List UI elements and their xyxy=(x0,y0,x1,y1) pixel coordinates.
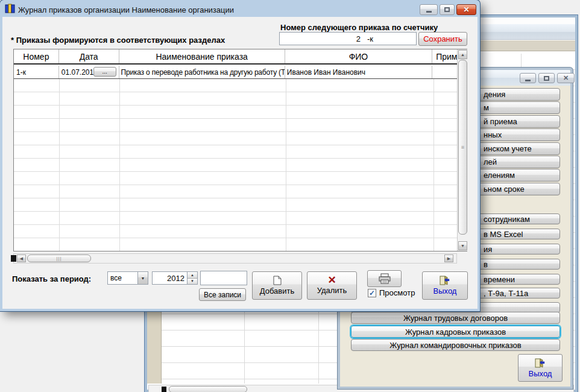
print-button[interactable] xyxy=(367,270,402,287)
scroll-right-arrow[interactable]: ▶ xyxy=(444,254,453,262)
year-value: 2012 xyxy=(153,272,187,284)
combo-dropdown-button[interactable]: ▼ xyxy=(137,272,148,284)
cell-number[interactable]: 1-к xyxy=(14,66,59,78)
table-vscrollbar[interactable]: ▲ ≡ ▼ xyxy=(457,49,468,251)
add-label: Добавить xyxy=(260,286,294,296)
save-button[interactable]: Сохранить xyxy=(418,32,467,46)
table-column-line xyxy=(59,66,60,251)
table-row[interactable]: 1-к 01.07.2012 ... Приказ о переводе раб… xyxy=(14,66,467,79)
table-hscrollbar[interactable]: ◀ ||| ▶ xyxy=(13,253,457,264)
all-records-button[interactable]: Все записи xyxy=(199,288,246,301)
table-column-line xyxy=(119,66,120,251)
panel-exit-button[interactable]: Выход xyxy=(518,354,563,382)
panel-minimize-button[interactable] xyxy=(520,73,536,83)
table-header-row: Номер Дата Наименование приказа ФИО Прим xyxy=(14,49,467,65)
cell-date[interactable]: 01.07.2012 ... xyxy=(59,66,119,78)
filter-text-field[interactable] xyxy=(200,271,247,285)
preview-checkbox-row[interactable]: ✓ Просмотр xyxy=(368,288,415,297)
table-splitter-box[interactable] xyxy=(11,255,16,262)
orders-journal-window: Журнал приказов организации Наименование… xyxy=(0,0,480,311)
col-header-date[interactable]: Дата xyxy=(59,49,119,63)
journal-contracts-button[interactable]: Журнал трудовых договоров xyxy=(351,312,560,324)
orders-table: Номер Дата Наименование приказа ФИО Прим… xyxy=(13,49,467,251)
table-column-line xyxy=(286,66,286,251)
table-empty-rows xyxy=(14,66,467,251)
close-button[interactable]: ✕ xyxy=(456,4,476,15)
filter-label: Показать за период: xyxy=(12,274,91,283)
grid-splitter-box[interactable] xyxy=(162,387,166,392)
exit-label: Выход xyxy=(433,286,457,296)
exit-door-icon xyxy=(440,276,450,285)
close-icon: ✕ xyxy=(563,74,569,82)
document-icon xyxy=(273,276,282,285)
minimize-button[interactable] xyxy=(420,4,438,15)
col-header-fio[interactable]: ФИО xyxy=(285,49,432,63)
maximize-icon xyxy=(444,7,450,12)
minimize-icon xyxy=(426,11,432,13)
year-spinner[interactable]: 2012 ▲ ▼ xyxy=(152,271,198,285)
note-label: * Приказы формируются в соответствующих … xyxy=(11,36,225,45)
vscrollbar-thumb[interactable]: ≡ xyxy=(458,60,467,235)
journal-book-icon xyxy=(5,4,16,14)
counter-suffix-field[interactable]: -к xyxy=(364,32,417,45)
counter-label: Номер следующего приказа по счетчику xyxy=(280,23,438,32)
cell-fio[interactable]: Иванов Иван Иванович xyxy=(285,66,432,78)
preview-checkbox[interactable]: ✓ xyxy=(368,289,376,297)
date-picker-button[interactable]: ... xyxy=(93,67,116,77)
delete-button[interactable]: ✕ Удалить xyxy=(307,271,357,300)
period-value: все xyxy=(108,272,137,284)
counter-field-2[interactable]: 2 xyxy=(331,32,365,45)
preview-label: Просмотр xyxy=(379,288,415,297)
panel-close-button[interactable]: ✕ xyxy=(557,73,575,83)
col-header-name[interactable]: Наименование приказа xyxy=(119,49,285,63)
printer-icon xyxy=(378,273,391,284)
scroll-down-arrow[interactable]: ▼ xyxy=(458,241,467,250)
maximize-button[interactable] xyxy=(440,4,455,15)
cell-order-name[interactable]: Приказ о переводе работника на другую ра… xyxy=(119,66,285,78)
panel-maximize-button[interactable] xyxy=(538,73,555,83)
spin-down-button[interactable]: ▼ xyxy=(188,279,197,285)
col-header-number[interactable]: Номер xyxy=(14,49,59,63)
journal-hr-orders-button[interactable]: Журнал кадровых приказов xyxy=(351,326,560,338)
scroll-left-arrow[interactable]: ◀ xyxy=(17,254,26,262)
counter-field-1[interactable] xyxy=(279,32,332,45)
close-icon: ✕ xyxy=(463,5,469,14)
journal-trip-orders-button[interactable]: Журнал командировочных приказов xyxy=(351,339,560,351)
maximize-icon xyxy=(544,76,549,81)
add-button[interactable]: Добавить xyxy=(252,271,302,300)
scroll-up-arrow[interactable]: ▲ xyxy=(458,50,467,59)
window-title: Журнал приказов организации Наименование… xyxy=(18,5,234,14)
delete-label: Удалить xyxy=(317,286,347,295)
date-value: 01.07.2012 xyxy=(61,68,98,77)
minimize-icon xyxy=(525,80,531,81)
exit-button[interactable]: Выход xyxy=(422,271,468,300)
exit-door-icon xyxy=(535,358,546,368)
panel-exit-label: Выход xyxy=(529,369,552,378)
delete-x-icon: ✕ xyxy=(327,276,336,285)
spin-up-button[interactable]: ▲ xyxy=(188,272,197,279)
period-combobox[interactable]: все ▼ xyxy=(107,271,148,285)
table-column-line xyxy=(433,66,434,251)
hscrollbar-thumb[interactable] xyxy=(169,386,247,392)
hscrollbar-thumb[interactable]: ||| xyxy=(27,254,91,262)
